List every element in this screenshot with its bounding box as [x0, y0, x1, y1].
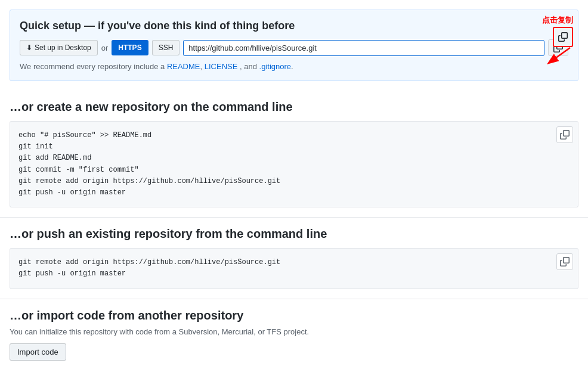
import-section: …or import code from another repository … [0, 299, 588, 367]
push-existing-title: …or push an existing repository from the… [10, 227, 578, 241]
copy-push-existing-button[interactable] [556, 253, 573, 270]
quick-setup-title: Quick setup — if you've done this kind o… [20, 20, 568, 32]
https-button[interactable]: HTTPS [112, 40, 148, 55]
annotation-overlay: 点击复制 [542, 15, 573, 47]
quick-setup-row: ⬇ Set up in Desktop or HTTPS SSH [20, 39, 568, 56]
push-existing-code-wrapper: git remote add origin https://github.com… [10, 248, 578, 289]
push-existing-section: …or push an existing repository from the… [0, 218, 588, 299]
new-repo-title: …or create a new repository on the comma… [10, 100, 578, 114]
new-repo-code-wrapper: echo "# pisSource" >> README.md git init… [10, 121, 578, 207]
setup-desktop-button[interactable]: ⬇ Set up in Desktop [20, 40, 98, 55]
ssh-button[interactable]: SSH [152, 40, 180, 55]
copy-icon-push [560, 257, 570, 266]
arrow-annotation [537, 45, 573, 69]
license-link[interactable]: LICENSE [205, 62, 238, 71]
copy-new-repo-button[interactable] [556, 126, 573, 143]
recommend-text: We recommend every repository include a … [20, 62, 568, 71]
readme-link[interactable]: README [167, 62, 200, 71]
annotation-copy-button[interactable] [553, 27, 573, 47]
desktop-icon: ⬇ [26, 44, 32, 52]
import-title: …or import code from another repository [10, 309, 578, 322]
quick-setup-section: Quick setup — if you've done this kind o… [10, 10, 578, 81]
or-text: or [101, 44, 109, 52]
svg-line-0 [549, 48, 570, 63]
import-code-button[interactable]: Import code [10, 343, 66, 361]
desktop-btn-label: Set up in Desktop [35, 44, 91, 52]
new-repo-code: echo "# pisSource" >> README.md git init… [18, 130, 554, 198]
copy-icon-new-repo [560, 130, 570, 139]
gitignore-link[interactable]: .gitignore [259, 62, 291, 71]
push-existing-code: git remote add origin https://github.com… [18, 257, 554, 280]
repo-url-input[interactable] [183, 40, 544, 56]
new-repo-section: …or create a new repository on the comma… [0, 91, 588, 218]
copy-icon-annotated [558, 32, 568, 42]
import-desc: You can initialize this repository with … [10, 327, 578, 336]
annotation-label: 点击复制 [542, 15, 573, 26]
